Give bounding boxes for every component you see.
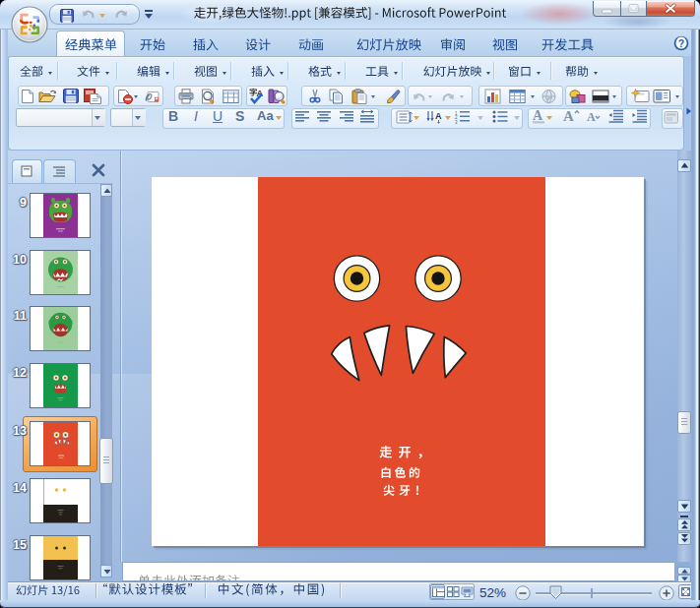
svg-text:A: A — [435, 111, 442, 121]
svg-text:A: A — [587, 110, 596, 124]
svg-text:A: A — [533, 108, 543, 123]
svg-text:A: A — [563, 108, 574, 124]
svg-text:?: ? — [678, 37, 684, 49]
